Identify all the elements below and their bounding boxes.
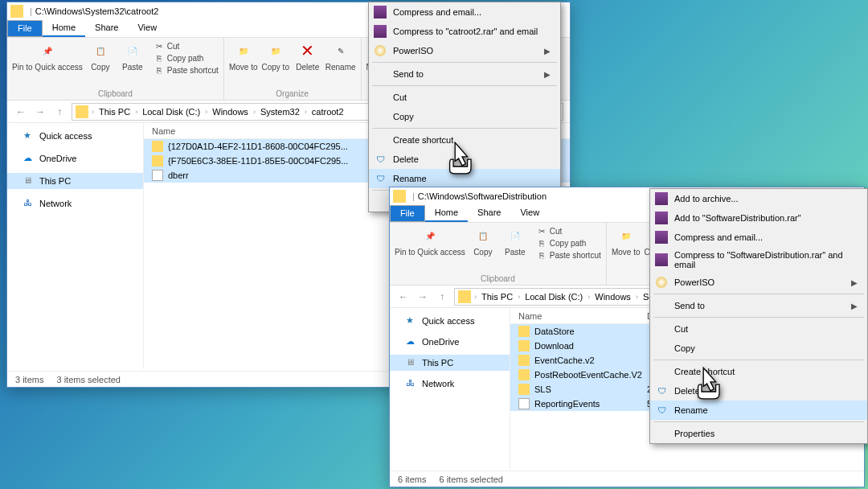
ctx-copy[interactable]: Copy	[369, 107, 560, 126]
tab-file[interactable]: File	[390, 205, 425, 222]
nav-quick-access[interactable]: ★Quick access	[390, 313, 510, 329]
chevron-right-icon: ▶	[544, 47, 551, 55]
rename-button[interactable]: ✎Rename	[326, 40, 356, 89]
chevron-right-icon: ▶	[544, 70, 551, 79]
moveto-button[interactable]: 📁Move to	[229, 40, 258, 89]
folder-icon	[152, 141, 163, 152]
tab-file[interactable]: File	[7, 20, 43, 37]
ctx-delete[interactable]: 🛡Delete	[369, 150, 560, 169]
pin-button[interactable]: 📌Pin to Quick access	[395, 225, 465, 274]
tab-view[interactable]: View	[510, 205, 549, 222]
rar-icon	[374, 25, 387, 38]
ctx-poweriso[interactable]: PowerISO▶	[650, 273, 867, 292]
nav-pane: ★Quick access ☁OneDrive 🖥This PC 🖧Networ…	[7, 123, 144, 369]
cloud-icon: ☁	[406, 336, 417, 347]
ctx-compress-and-email-[interactable]: Compress and email...	[369, 2, 560, 22]
paste-button[interactable]: 📄Paste	[501, 225, 530, 274]
pastesc-button[interactable]: ⎘Paste shortcut	[154, 64, 219, 76]
nav-onedrive[interactable]: ☁OneDrive	[7, 150, 143, 166]
ctx-poweriso[interactable]: PowerISO▶	[369, 41, 560, 60]
forward-button[interactable]: →	[416, 290, 430, 304]
file-icon	[152, 170, 163, 181]
nav-network[interactable]: 🖧Network	[390, 376, 510, 392]
folder-icon	[518, 326, 530, 337]
file-icon	[518, 398, 530, 409]
blank-icon	[374, 134, 387, 146]
status-selected: 3 items selected	[56, 375, 120, 384]
star-icon: ★	[406, 315, 417, 327]
network-icon: 🖧	[406, 378, 417, 389]
blank-icon	[655, 342, 668, 355]
ctx-send-to[interactable]: Send to▶	[650, 296, 867, 315]
folder-icon	[10, 5, 23, 18]
tab-view[interactable]: View	[128, 20, 166, 37]
ctx-add-to-softwaredistribution-rar-[interactable]: Add to "SoftwareDistribution.rar"	[650, 208, 867, 228]
nav-this-pc[interactable]: 🖥This PC	[390, 355, 510, 371]
moveto-button[interactable]: 📁Move to	[612, 225, 641, 274]
blank-icon	[655, 427, 668, 440]
ctx-create-shortcut[interactable]: Create shortcut	[369, 130, 560, 150]
nav-this-pc[interactable]: 🖥This PC	[7, 173, 143, 189]
cut-button[interactable]: ✂Cut	[154, 40, 219, 51]
ctx-properties[interactable]: Properties	[650, 424, 867, 443]
ctx-rename[interactable]: 🛡Rename	[369, 169, 560, 188]
copypath-button[interactable]: ⎘Copy path	[154, 52, 219, 64]
forward-button[interactable]: →	[33, 105, 47, 119]
chevron-right-icon: ▶	[851, 302, 858, 310]
pastesc-button[interactable]: ⎘Paste shortcut	[536, 249, 601, 261]
rar-icon	[655, 212, 668, 224]
nav-onedrive[interactable]: ☁OneDrive	[390, 334, 510, 350]
status-count: 6 items	[398, 475, 426, 484]
shield-icon: 🛡	[655, 404, 668, 417]
copyto-button[interactable]: 📁Copy to	[261, 40, 290, 89]
group-clipboard: Clipboard	[12, 89, 219, 100]
nav-quick-access[interactable]: ★Quick access	[7, 128, 143, 144]
ctx-rename[interactable]: 🛡Rename	[650, 401, 867, 420]
tab-share[interactable]: Share	[468, 205, 510, 222]
blank-icon	[374, 110, 387, 123]
disc-icon	[655, 276, 668, 289]
back-button[interactable]: ←	[396, 290, 411, 304]
ctx-compress-and-email-[interactable]: Compress and email...	[650, 228, 867, 247]
shield-icon: 🛡	[374, 153, 387, 166]
ctx-compress-to-catroot-rar-and-email[interactable]: Compress to "catroot2.rar" and email	[369, 22, 560, 41]
blank-icon	[655, 299, 668, 312]
ctx-send-to[interactable]: Send to▶	[369, 64, 560, 84]
nav-network[interactable]: 🖧Network	[7, 195, 143, 212]
copy-button[interactable]: 📋Copy	[86, 40, 115, 89]
paste-button[interactable]: 📄Paste	[118, 40, 147, 89]
folder-icon	[518, 340, 530, 351]
folder-icon	[76, 105, 88, 118]
up-button[interactable]: ↑	[52, 105, 67, 119]
tab-home[interactable]: Home	[425, 205, 468, 222]
ctx-cut[interactable]: Cut	[369, 88, 560, 107]
rar-icon	[655, 231, 668, 244]
tab-share[interactable]: Share	[85, 20, 128, 37]
cut-button[interactable]: ✂Cut	[536, 225, 601, 236]
chevron-right-icon: ▶	[851, 278, 858, 287]
delete-button[interactable]: ✕Delete	[293, 40, 322, 89]
folder-icon	[152, 155, 163, 166]
ctx-create-shortcut[interactable]: Create shortcut	[650, 362, 867, 381]
copy-button[interactable]: 📋Copy	[469, 225, 497, 274]
window-title-path: C:\Windows\SoftwareDistribution	[418, 191, 547, 201]
ctx-delete[interactable]: 🛡Delete	[650, 381, 867, 401]
pin-button[interactable]: 📌Pin to Quick access	[12, 40, 83, 89]
tab-home[interactable]: Home	[43, 20, 85, 37]
ctx-add-to-archive-[interactable]: Add to archive...	[650, 189, 867, 208]
watermark: UG⊕TFIX	[811, 475, 860, 486]
ctx-copy[interactable]: Copy	[650, 339, 867, 358]
ctx-cut[interactable]: Cut	[650, 319, 867, 339]
up-button[interactable]: ↑	[435, 290, 449, 304]
context-menu: Add to archive...Add to "SoftwareDistrib…	[649, 188, 868, 444]
cloud-icon: ☁	[23, 153, 35, 164]
copypath-button[interactable]: ⎘Copy path	[536, 237, 601, 249]
back-button[interactable]: ←	[14, 105, 28, 119]
status-count: 3 items	[15, 375, 43, 384]
blank-icon	[374, 68, 387, 80]
status-bar: 6 items 6 items selected	[390, 471, 864, 487]
group-organize: Organize	[229, 89, 356, 100]
rar-icon	[655, 192, 668, 205]
ctx-compress-to-softwaredistribution-rar-and-email[interactable]: Compress to "SoftwareDistribution.rar" a…	[650, 247, 867, 273]
folder-icon	[518, 355, 530, 366]
